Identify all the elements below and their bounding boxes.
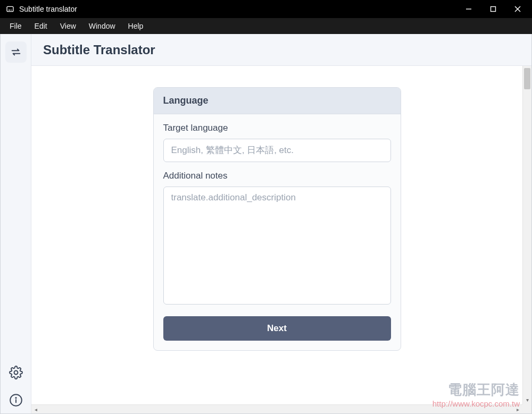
target-language-input[interactable] (163, 139, 391, 162)
svg-point-10 (15, 398, 16, 398)
additional-notes-input[interactable] (163, 187, 391, 305)
app-icon (5, 4, 15, 14)
svg-point-7 (14, 371, 18, 375)
window-title: Subtitle translator (19, 5, 77, 13)
settings-button[interactable] (8, 365, 24, 381)
vertical-scroll-thumb[interactable] (524, 68, 530, 89)
app-chrome: Subtitle Translator Language Target lang… (0, 34, 532, 414)
menu-file[interactable]: File (3, 20, 28, 32)
target-language-label: Target language (163, 123, 391, 133)
window-controls (456, 0, 530, 18)
svg-rect-4 (491, 7, 496, 12)
titlebar: Subtitle translator (0, 0, 532, 18)
scroll-corner (522, 404, 531, 413)
next-button[interactable]: Next (163, 316, 391, 341)
card-section-title: Language (154, 88, 401, 114)
content-inner: Language Target language Additional note… (31, 66, 522, 404)
swap-languages-button[interactable] (5, 41, 27, 63)
scroll-left-arrow-icon: ◂ (31, 405, 40, 413)
page-header: Subtitle Translator (31, 34, 531, 66)
scroll-right-arrow-icon: ▸ (513, 405, 522, 413)
page-title: Subtitle Translator (43, 43, 155, 57)
content-area: Language Target language Additional note… (31, 66, 531, 413)
svg-rect-0 (7, 6, 13, 11)
swap-icon (10, 46, 22, 58)
sidebar (1, 34, 31, 413)
menubar: File Edit View Window Help (0, 18, 532, 34)
minimize-button[interactable] (456, 0, 481, 18)
main-column: Subtitle Translator Language Target lang… (31, 34, 531, 413)
language-card: Language Target language Additional note… (153, 87, 401, 351)
gear-icon (9, 366, 23, 379)
menu-edit[interactable]: Edit (28, 20, 54, 32)
info-button[interactable] (8, 392, 24, 408)
menu-help[interactable]: Help (122, 20, 150, 32)
close-button[interactable] (505, 0, 530, 18)
menu-view[interactable]: View (54, 20, 82, 32)
horizontal-scrollbar[interactable]: ◂ ▸ (31, 404, 522, 413)
vertical-scrollbar[interactable]: ▴ ▾ (522, 66, 531, 404)
info-icon (9, 393, 23, 407)
menu-window[interactable]: Window (82, 20, 122, 32)
maximize-button[interactable] (481, 0, 505, 18)
scroll-down-arrow-icon: ▾ (523, 395, 531, 404)
additional-notes-label: Additional notes (163, 171, 391, 181)
